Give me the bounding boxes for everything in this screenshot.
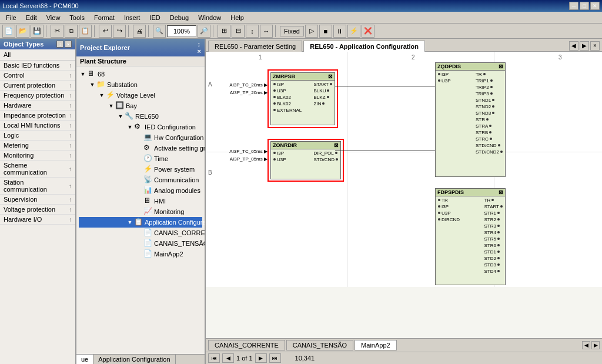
expand-11[interactable] <box>135 186 143 195</box>
close-panel-button-2[interactable]: × <box>198 48 201 55</box>
obj-cat-7[interactable]: Logic↑ <box>0 131 75 141</box>
tree-node-12[interactable]: 🖥HMI <box>79 196 202 206</box>
block-zmrpsb[interactable]: ZMRPSB ⊠ I3P U3P BLK02 BLK02 EXTERNAL <box>270 72 335 125</box>
expand-14[interactable]: ▼ <box>126 218 134 226</box>
dtab-prev-button[interactable]: ◀ <box>582 341 590 349</box>
diagram-scroll[interactable]: 1 2 3 A B AI3P_TC_20ms ▶ AI3P_TP_20ms ▶ <box>206 52 602 338</box>
menu-help[interactable]: Help <box>227 13 248 22</box>
copy-button[interactable]: ⧉ <box>65 25 78 38</box>
tree-node-10[interactable]: 📡Communication <box>79 175 202 185</box>
obj-cat-9[interactable]: Monitoring↑ <box>0 151 75 161</box>
menu-ied[interactable]: IED <box>146 13 163 22</box>
expand-7[interactable] <box>135 144 143 152</box>
expand-0[interactable]: ▼ <box>79 70 87 78</box>
tb-extra8[interactable]: ⚡ <box>347 25 360 38</box>
tree-node-4[interactable]: ▼🔧REL650 <box>79 111 202 122</box>
tree-node-16[interactable]: 📄CANAIS_TENSÃO <box>79 238 202 249</box>
tree-node-11[interactable]: 📊Analog modules <box>79 185 202 196</box>
expand-2[interactable]: ▼ <box>98 91 106 99</box>
tb-extra7[interactable]: ⏸ <box>333 25 346 38</box>
redo-button[interactable]: ↪ <box>113 25 126 38</box>
tree-node-13[interactable]: 📈Monitoring <box>79 206 202 217</box>
dtab-canais-corrente[interactable]: CANAIS_CORRENTE <box>208 340 285 350</box>
tb-btn-extra3[interactable]: ↕ <box>246 25 259 38</box>
page-last-button[interactable]: ⏭ <box>269 353 281 363</box>
new-button[interactable]: 📄 <box>2 25 15 38</box>
expand-1[interactable]: ▼ <box>88 81 96 89</box>
expand-10[interactable] <box>135 176 143 184</box>
obj-cat-3[interactable]: Frequency protection↑ <box>0 91 75 101</box>
all-category-row[interactable]: All <box>0 49 75 61</box>
tree-node-5[interactable]: ▼⚙IED Configuration <box>79 122 202 132</box>
pin-button[interactable]: ↕ <box>56 41 63 48</box>
tree-node-0[interactable]: ▼🖥68 <box>79 69 202 79</box>
expand-17[interactable] <box>135 250 143 258</box>
tab-expand-button[interactable]: × <box>590 41 600 51</box>
obj-cat-14[interactable]: Hardware I/O↑ <box>0 215 75 225</box>
tab-next-button[interactable]: ▶ <box>580 41 589 51</box>
expand-13[interactable] <box>135 208 143 216</box>
block-zqdpdis[interactable]: ZQDPDIS ⊠ I3P U3P TR TRIP1 TRIP2 <box>435 62 506 177</box>
menu-insert[interactable]: Insert <box>121 13 144 22</box>
expand-8[interactable] <box>135 155 143 163</box>
bottom-tab-appconf[interactable]: Application Configuration <box>93 355 175 364</box>
obj-cat-0[interactable]: Basic IED functions↑ <box>0 61 75 71</box>
obj-cat-6[interactable]: Local HMI functions↑ <box>0 121 75 131</box>
expand-6[interactable] <box>135 133 143 142</box>
tb-extra9[interactable]: ❌ <box>362 25 374 38</box>
expand-4[interactable]: ▼ <box>116 112 125 121</box>
tree-node-15[interactable]: 📄CANAIS_CORRENTE <box>79 228 202 238</box>
obj-cat-5[interactable]: Impedance protection↑ <box>0 111 75 121</box>
menu-edit[interactable]: Edit <box>22 13 41 22</box>
obj-cat-13[interactable]: Voltage protection↑ <box>0 205 75 215</box>
paste-button[interactable]: 📋 <box>79 25 92 38</box>
fixed-dropdown[interactable]: Fixed <box>280 26 304 36</box>
tree-node-3[interactable]: ▼🔲Bay <box>79 101 202 111</box>
save-button[interactable]: 💾 <box>31 25 44 38</box>
dtab-mainapp2[interactable]: MainApp2 <box>354 340 397 350</box>
obj-cat-2[interactable]: Current protection↑ <box>0 81 75 91</box>
menu-debug[interactable]: Debug <box>166 13 192 22</box>
page-prev-button[interactable]: ◀ <box>222 353 234 363</box>
expand-3[interactable]: ▼ <box>107 102 115 110</box>
tree-node-1[interactable]: ▼📁Substation <box>79 79 202 90</box>
obj-cat-1[interactable]: Control↑ <box>0 71 75 81</box>
block-fdpspdis[interactable]: FDPSPDIS ⊠ TR I3P U3P DIRCND TR <box>435 188 506 285</box>
zoom-in-button[interactable]: 🔍 <box>153 25 166 38</box>
close-button[interactable]: ✕ <box>590 2 600 10</box>
expand-16[interactable] <box>135 239 143 248</box>
maximize-button[interactable]: □ <box>580 2 589 10</box>
obj-cat-10[interactable]: Scheme communication↑ <box>0 161 75 178</box>
dtab-next-button[interactable]: ▶ <box>591 341 600 349</box>
menu-window[interactable]: Window <box>195 13 225 22</box>
print-button[interactable]: 🖨 <box>133 25 146 38</box>
obj-cat-4[interactable]: Hardware↑ <box>0 101 75 111</box>
tree-node-14[interactable]: ▼📋Application Configuration <box>79 217 202 228</box>
tb-btn-extra2[interactable]: ⊟ <box>232 25 245 38</box>
tree-node-8[interactable]: 🕐Time <box>79 153 202 164</box>
bottom-tab-ue[interactable]: ue <box>76 355 93 364</box>
tab-app-config[interactable]: REL650 - Application Configuration <box>303 41 425 52</box>
menu-view[interactable]: View <box>43 13 64 22</box>
open-button[interactable]: 📂 <box>16 25 29 38</box>
tree-node-9[interactable]: ⚡Power system <box>79 164 202 175</box>
dtab-canais-tensao[interactable]: CANAIS_TENSÃO <box>286 340 353 350</box>
tree-node-2[interactable]: ▼⚡Voltage Level <box>79 90 202 101</box>
menu-format[interactable]: Format <box>91 13 118 22</box>
menu-tools[interactable]: Tools <box>66 13 88 22</box>
zoom-out-button[interactable]: 🔎 <box>198 25 210 38</box>
expand-15[interactable] <box>135 229 143 237</box>
menu-file[interactable]: File <box>2 13 20 22</box>
block-zonrdir[interactable]: ZONRDIR ⊠ I3P U3P DIR_POL STD/CND <box>270 141 341 179</box>
page-next-button[interactable]: ▶ <box>255 353 267 363</box>
tb-btn-extra1[interactable]: ⊞ <box>218 25 230 38</box>
obj-cat-8[interactable]: Metering↑ <box>0 141 75 151</box>
tab-prev-button[interactable]: ◀ <box>569 41 578 51</box>
tb-btn-extra4[interactable]: ↔ <box>260 25 273 38</box>
pin-button-2[interactable]: ↕ <box>198 41 201 48</box>
tree-node-7[interactable]: ⚙Activate setting group <box>79 143 202 153</box>
tab-param-setting[interactable]: REL650 - Parameter Setting <box>208 41 302 52</box>
minimize-button[interactable]: ─ <box>569 2 578 10</box>
tb-extra6[interactable]: ■ <box>319 25 332 38</box>
tree-node-17[interactable]: 📄MainApp2 <box>79 249 202 259</box>
